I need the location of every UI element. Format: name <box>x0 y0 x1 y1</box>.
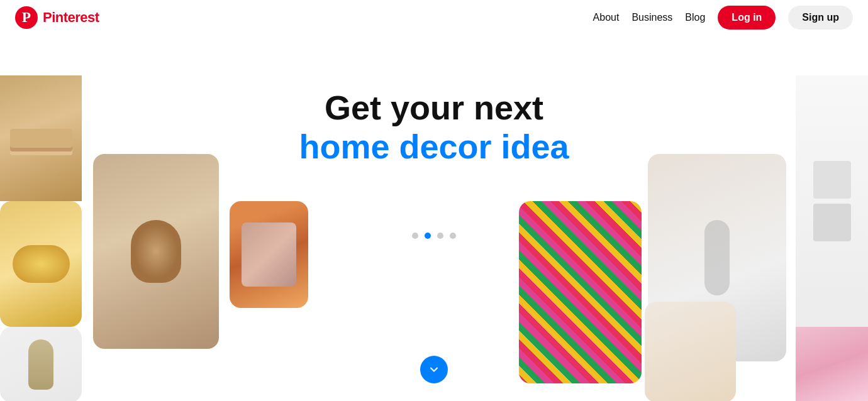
dot-3[interactable] <box>437 233 443 239</box>
main-nav: About Business Blog Log in Sign up <box>593 6 853 30</box>
nav-business[interactable]: Business <box>632 12 672 23</box>
hero-title-line2: home decor idea <box>299 127 569 166</box>
image-card-cushions <box>0 201 82 327</box>
dot-4[interactable] <box>450 233 456 239</box>
signup-button[interactable]: Sign up <box>788 6 853 30</box>
image-card-pink-fabric <box>796 327 868 401</box>
svg-text:P: P <box>22 9 31 25</box>
carousel-dots <box>412 233 456 239</box>
logo-link[interactable]: P Pinterest <box>15 6 99 29</box>
image-card-ganesha <box>93 154 219 349</box>
pinterest-logo-icon: P <box>15 6 38 29</box>
image-card-vase <box>0 327 82 401</box>
image-card-plants <box>645 302 736 401</box>
chevron-down-icon <box>428 363 440 376</box>
logo-text: Pinterest <box>43 9 99 26</box>
dot-2[interactable] <box>425 233 431 239</box>
nav-about[interactable]: About <box>593 12 620 23</box>
image-card-whitebrick <box>796 75 868 327</box>
hero-section: Get your next home decor idea <box>0 0 868 401</box>
dot-1[interactable] <box>412 233 418 239</box>
login-button[interactable]: Log in <box>718 6 776 30</box>
hero-text-block: Get your next home decor idea <box>299 88 569 166</box>
hero-title-line1: Get your next <box>299 88 569 127</box>
scroll-down-button[interactable] <box>420 356 448 383</box>
image-card-towels <box>0 75 82 201</box>
image-card-pillow <box>230 201 308 308</box>
site-header: P Pinterest About Business Blog Log in S… <box>0 0 868 35</box>
image-card-fabric <box>519 201 642 383</box>
nav-blog[interactable]: Blog <box>685 12 705 23</box>
